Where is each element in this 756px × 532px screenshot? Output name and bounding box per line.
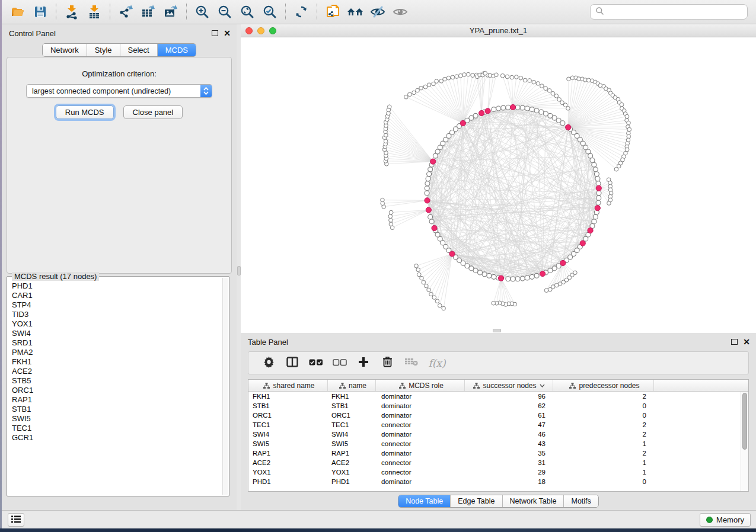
network-node[interactable] — [492, 274, 496, 279]
tab-style[interactable]: Style — [87, 44, 120, 56]
show-panels-list-button[interactable] — [8, 513, 24, 527]
network-node[interactable] — [426, 177, 430, 181]
network-node[interactable] — [548, 268, 553, 273]
network-node[interactable] — [529, 274, 534, 279]
leaf-node[interactable] — [443, 77, 447, 81]
import-network-button[interactable] — [60, 2, 83, 21]
network-node[interactable] — [560, 121, 565, 126]
export-image-button[interactable] — [160, 2, 182, 21]
mcds-result-item[interactable]: STB5 — [12, 376, 221, 386]
table-row-RAP1[interactable]: RAP1RAP1dominator352 — [248, 448, 741, 458]
tab-network-table[interactable]: Network Table — [503, 495, 564, 507]
network-node[interactable] — [596, 200, 601, 205]
column-header-predecessor-nodes[interactable]: predecessor nodes — [553, 380, 654, 391]
network-node[interactable] — [529, 107, 534, 112]
network-node[interactable] — [515, 105, 520, 110]
mcds-result-scrollbar[interactable] — [222, 278, 228, 495]
network-node[interactable] — [590, 158, 595, 163]
leaf-node[interactable] — [417, 273, 421, 277]
leaf-node[interactable] — [614, 167, 618, 171]
vertical-splitter[interactable] — [237, 24, 241, 510]
network-node[interactable] — [473, 113, 478, 118]
leaf-node[interactable] — [389, 218, 393, 222]
column-header-MCDS-role[interactable]: MCDS role — [376, 380, 465, 391]
network-node[interactable] — [595, 177, 600, 181]
column-header-name[interactable]: name — [328, 380, 376, 391]
duplicate-network-button[interactable] — [321, 2, 344, 21]
close-panel-button[interactable]: Close panel — [123, 105, 183, 119]
first-neighbors-button[interactable] — [344, 2, 366, 21]
tab-network[interactable]: Network — [43, 44, 87, 56]
table-row-PHD1[interactable]: PHD1PHD1dominator180 — [248, 477, 741, 486]
table-row-ORC1[interactable]: ORC1ORC1dominator610 — [248, 411, 741, 420]
mcds-result-item[interactable]: FKH1 — [12, 357, 221, 367]
leaf-node[interactable] — [500, 73, 505, 78]
leaf-node[interactable] — [381, 198, 385, 202]
mcds-result-item[interactable]: TID3 — [12, 310, 221, 319]
leaf-node[interactable] — [557, 98, 562, 102]
mcds-result-item[interactable]: STP4 — [12, 300, 221, 310]
mcds-result-item[interactable]: GCR1 — [12, 433, 221, 443]
leaf-node[interactable] — [528, 79, 532, 83]
network-node[interactable] — [593, 167, 598, 172]
leaf-node[interactable] — [625, 114, 629, 118]
tab-select[interactable]: Select — [120, 44, 158, 56]
window-minimize-icon[interactable] — [257, 27, 264, 34]
float-window-icon[interactable] — [731, 339, 738, 345]
deselect-all-rows-button[interactable] — [328, 354, 352, 372]
leaf-node[interactable] — [414, 264, 419, 268]
leaf-node[interactable] — [492, 301, 496, 305]
tab-node-table[interactable]: Node Table — [398, 495, 451, 507]
horizontal-splitter-grip[interactable] — [493, 329, 501, 332]
table-row-TEC1[interactable]: TEC1TEC1connector472 — [248, 420, 741, 430]
mcds-result-item[interactable]: YOX1 — [12, 319, 221, 329]
close-panel-icon[interactable]: ✕ — [224, 30, 231, 36]
create-column-button[interactable] — [352, 354, 375, 372]
network-node[interactable] — [487, 273, 492, 278]
leaf-node[interactable] — [425, 284, 429, 288]
zoom-out-button[interactable] — [213, 2, 236, 21]
mcds-result-list[interactable]: PHD1CAR1STP4TID3YOX1SWI4SRD1PMA2FKH1ACE2… — [12, 281, 221, 493]
leaf-node[interactable] — [416, 268, 420, 272]
network-node[interactable] — [427, 172, 432, 177]
mcds-hub-node[interactable] — [426, 207, 431, 213]
network-node[interactable] — [478, 270, 483, 275]
leaf-node[interactable] — [458, 73, 462, 78]
mcds-result-item[interactable]: TEC1 — [12, 424, 221, 433]
leaf-node[interactable] — [627, 121, 631, 125]
leaf-node[interactable] — [427, 288, 431, 292]
mcds-hub-node[interactable] — [460, 120, 465, 126]
toggle-column-panel-button[interactable] — [280, 354, 304, 372]
network-node[interactable] — [594, 172, 599, 177]
leaf-node[interactable] — [544, 86, 548, 91]
leaf-node[interactable] — [567, 77, 571, 81]
splitter-grip[interactable] — [237, 266, 241, 275]
column-header-successor-nodes[interactable]: successor nodes — [465, 380, 553, 391]
network-node[interactable] — [515, 277, 520, 281]
mcds-hub-node[interactable] — [479, 110, 484, 116]
leaf-node[interactable] — [442, 306, 446, 310]
mcds-hub-node[interactable] — [566, 124, 571, 130]
mcds-result-item[interactable]: PMA2 — [12, 348, 221, 357]
table-row-STB1[interactable]: STB1STB1dominator620 — [248, 401, 741, 411]
table-row-SWI4[interactable]: SWI4SWI4dominator462 — [248, 430, 741, 439]
leaf-node[interactable] — [429, 292, 433, 296]
run-mcds-button[interactable]: Run MCDS — [56, 105, 114, 119]
leaf-node[interactable] — [462, 73, 467, 77]
leaf-node[interactable] — [566, 107, 570, 111]
network-node[interactable] — [525, 106, 529, 111]
leaf-node[interactable] — [438, 303, 442, 307]
network-search-field[interactable] — [590, 4, 748, 20]
network-node[interactable] — [506, 105, 511, 110]
window-close-icon[interactable] — [245, 27, 253, 34]
leaf-node[interactable] — [416, 88, 420, 92]
network-canvas[interactable] — [241, 37, 756, 333]
network-node[interactable] — [496, 106, 501, 111]
tab-edge-table[interactable]: Edge Table — [451, 495, 502, 507]
leaf-node[interactable] — [388, 105, 392, 109]
network-node[interactable] — [596, 196, 601, 200]
leaf-node[interactable] — [446, 76, 451, 80]
leaf-node[interactable] — [536, 82, 540, 86]
leaf-node[interactable] — [519, 76, 523, 80]
scrollbar-thumb[interactable] — [742, 393, 747, 450]
